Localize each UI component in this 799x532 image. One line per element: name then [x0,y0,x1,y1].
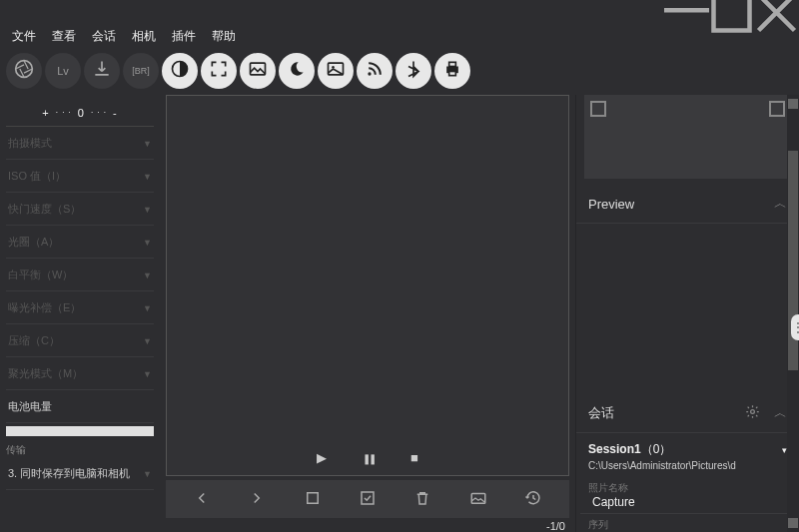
liveview-button[interactable]: Lv [45,53,81,89]
row-focus[interactable]: 聚光模式（M）▼ [6,358,154,390]
ev-scale[interactable]: + · · · 0 · · · - [6,99,154,127]
select-button[interactable] [301,487,325,511]
minimize-button[interactable] [664,0,709,25]
stop-icon: ■ [410,450,418,465]
scroll-up-icon[interactable] [788,99,798,109]
chevron-down-icon: ▼ [143,205,152,215]
session-name-row[interactable]: Session1（0） ▾ [576,433,799,460]
print-button[interactable] [434,53,470,89]
session-count: （0） [641,442,672,456]
toolbar: Lv [BR] [0,47,799,95]
close-button[interactable] [754,0,799,25]
history-button[interactable] [521,487,545,511]
row-ev[interactable]: 曝光补偿（E）▼ [6,292,154,324]
bracket-button[interactable]: [BR] [123,53,159,89]
svg-point-14 [751,410,755,414]
row-transfer[interactable]: 3. 同时保存到电脑和相机▼ [6,458,154,490]
battery-bar [6,426,154,436]
menu-plugins[interactable]: 插件 [166,26,202,47]
capture-button[interactable] [6,53,42,89]
session-title: 会话 [588,404,614,422]
menu-camera[interactable]: 相机 [126,26,162,47]
gallery-icon [326,59,346,83]
scroll-down-icon[interactable] [788,518,798,528]
row-iso[interactable]: ISO 值（I）▼ [6,161,154,193]
download-icon [92,59,112,83]
session-path: C:\Users\Administrator\Pictures\d [576,460,799,477]
svg-point-7 [368,72,371,75]
back-button[interactable] [190,487,214,511]
rss-icon [365,59,385,83]
svg-point-2 [16,61,33,78]
fullscreen-button[interactable] [201,53,237,89]
preview-header[interactable]: Preview ︿ [576,185,799,224]
thumb-placeholder-icon [590,101,606,117]
preview-title: Preview [588,197,634,212]
photo-name-value[interactable]: Capture [580,495,795,514]
pause-button[interactable]: ❚❚ [363,450,375,465]
image-button[interactable] [240,53,276,89]
right-scrollbar[interactable] [787,95,799,532]
folder-button[interactable] [466,487,490,511]
image-counter: -1/0 [160,518,575,532]
row-shoot-mode[interactable]: 拍摄模式▼ [6,128,154,160]
chevron-down-icon: ▼ [143,270,152,280]
session-header[interactable]: 会话 ︿ [576,394,799,433]
fullscreen-icon [209,59,229,83]
download-button[interactable] [84,53,120,89]
svg-rect-9 [449,62,456,66]
row-aperture[interactable]: 光圈（A）▼ [6,227,154,259]
chevron-down-icon: ▼ [143,139,152,149]
night-button[interactable] [279,53,315,89]
print-icon [442,59,462,83]
bluetooth-icon [403,59,423,83]
preview-body [576,224,799,394]
session-name: Session1 [588,442,641,456]
chevron-up-icon: ︿ [774,404,787,422]
row-compress[interactable]: 压缩（C）▼ [6,325,154,357]
ev-zero: 0 [78,107,85,119]
arrow-left-icon [193,489,211,510]
play-icon: ▶ [317,450,327,465]
svg-rect-1 [714,0,750,31]
menu-view[interactable]: 查看 [46,26,82,47]
chevron-down-icon: ▼ [143,303,152,313]
menu-session[interactable]: 会话 [86,26,122,47]
left-panel: + · · · 0 · · · - 拍摄模式▼ ISO 值（I）▼ 快门速度（S… [0,95,160,532]
thumbnail-strip[interactable] [584,95,791,179]
window-titlebar [0,0,799,25]
delete-button[interactable] [410,487,434,511]
gallery-button[interactable] [318,53,354,89]
svg-rect-10 [449,72,456,76]
moon-icon [287,59,307,83]
pause-icon: ❚❚ [363,453,375,464]
maximize-button[interactable] [709,0,754,25]
row-shutter[interactable]: 快门速度（S）▼ [6,194,154,226]
menu-file[interactable]: 文件 [6,26,42,47]
check-square-icon [359,489,377,510]
forward-button[interactable] [245,487,269,511]
chevron-down-icon: ▼ [143,336,152,346]
contrast-button[interactable] [162,53,198,89]
sequence-label: 序列 [576,514,799,532]
menu-help[interactable]: 帮助 [206,26,242,47]
rss-button[interactable] [357,53,393,89]
row-wb[interactable]: 白平衡（W）▼ [6,260,154,291]
playback-bar: ▶ ❚❚ ■ [167,443,568,471]
history-icon [524,489,542,510]
stop-button[interactable]: ■ [410,450,418,465]
chevron-down-icon: ▼ [143,238,152,248]
aperture-icon [14,59,34,83]
trash-icon [413,489,431,510]
panel-handle[interactable]: ⋮ [791,314,799,340]
dots-icon: ⋮ [792,320,799,334]
play-button[interactable]: ▶ [317,450,327,465]
bluetooth-button[interactable] [396,53,431,89]
gear-icon[interactable] [745,404,760,422]
photo-name-label: 照片名称 [576,477,799,495]
center-panel: ▶ ❚❚ ■ -1/0 [160,95,575,532]
action-bar [166,480,569,518]
check-button[interactable] [356,487,380,511]
image-viewport[interactable]: ▶ ❚❚ ■ [166,95,569,476]
transfer-label: 传输 [6,443,154,457]
